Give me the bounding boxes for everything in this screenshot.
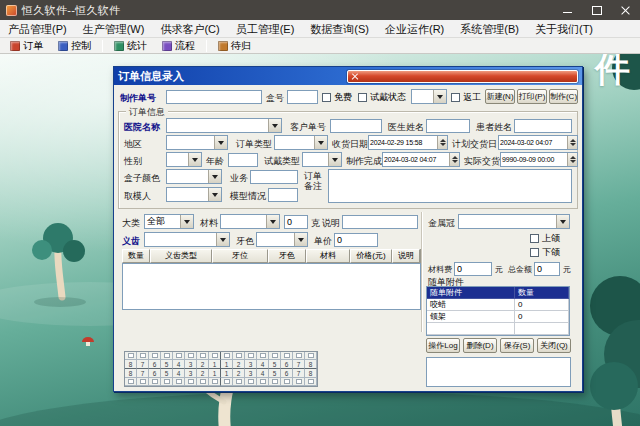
tooth-checkbox-cell[interactable] [185, 378, 197, 386]
tooth-checkbox-cell[interactable] [161, 352, 173, 360]
tooth-checkbox[interactable] [212, 379, 218, 384]
tooth-checkbox[interactable] [236, 353, 242, 358]
tooth-checkbox[interactable] [128, 379, 134, 384]
tooth-checkbox-cell[interactable] [221, 378, 233, 386]
tooth-checkbox-cell[interactable] [173, 352, 185, 360]
customer-no-input[interactable] [330, 119, 382, 133]
chevron-down-icon[interactable] [328, 153, 341, 166]
action-button-2[interactable]: 删除(D) [463, 338, 497, 353]
model-state-input[interactable] [268, 188, 298, 202]
toolbar-button-3[interactable]: 统计 [108, 39, 153, 53]
tooth-checkbox[interactable] [152, 353, 158, 358]
material-fee-input[interactable]: 0 [454, 262, 492, 276]
chevron-down-icon[interactable] [268, 119, 281, 132]
items-table-body[interactable] [122, 263, 421, 310]
remark-textarea[interactable] [328, 169, 572, 203]
tooth-checkbox-cell[interactable] [257, 378, 269, 386]
box-no-input[interactable] [287, 90, 318, 104]
hospital-combo[interactable] [166, 118, 282, 133]
tryin-status-checkbox[interactable]: 试戴状态 [358, 91, 406, 104]
attachment-row[interactable] [427, 323, 569, 335]
attachment-cell[interactable] [515, 323, 569, 335]
business-input[interactable] [250, 170, 298, 184]
toolbar-button-4[interactable]: 流程 [156, 39, 201, 53]
print-button[interactable]: 打印(P) [517, 89, 547, 104]
tooth-checkbox-cell[interactable] [293, 352, 305, 360]
minimize-icon[interactable] [553, 0, 582, 20]
tooth-checkbox[interactable] [260, 379, 266, 384]
tooth-checkbox[interactable] [164, 353, 170, 358]
toolbar-button-5[interactable]: 待归 [212, 39, 257, 53]
rework-checkbox[interactable]: 返工 [451, 91, 481, 104]
chevron-down-icon[interactable] [314, 136, 327, 149]
spinner-icon[interactable] [449, 153, 459, 166]
plan-date-field[interactable]: 2024-03-02 04:07 [498, 135, 578, 150]
order-type-combo[interactable] [274, 135, 328, 150]
tooth-checkbox[interactable] [188, 379, 194, 384]
attachment-cell[interactable]: 咬蜡 [427, 299, 515, 311]
tooth-checkbox-cell[interactable] [197, 378, 209, 386]
tooth-checkbox-cell[interactable] [245, 378, 257, 386]
tooth-checkbox[interactable] [260, 353, 266, 358]
actual-date-field[interactable]: 9990-09-09 00:00 [500, 152, 578, 167]
tooth-checkbox[interactable] [200, 353, 206, 358]
desc-input[interactable] [342, 215, 418, 229]
tooth-checkbox-cell[interactable] [281, 378, 293, 386]
action-button-4[interactable]: 关闭(Q) [537, 338, 571, 353]
chevron-down-icon[interactable] [188, 153, 201, 166]
tooth-checkbox[interactable] [236, 379, 242, 384]
upper-jaw-checkbox-box[interactable] [530, 234, 539, 243]
gender-combo[interactable] [166, 152, 202, 167]
mold-taker-combo[interactable] [166, 187, 222, 202]
dialog-close-icon[interactable] [347, 70, 578, 83]
tooth-checkbox-cell[interactable] [281, 352, 293, 360]
menu-item-7[interactable]: 系统管理(B) [452, 20, 527, 38]
weight-input[interactable]: 0 [284, 215, 308, 229]
tooth-checkbox-cell[interactable] [269, 378, 281, 386]
attachment-cell[interactable]: 颌架 [427, 311, 515, 323]
chevron-down-icon[interactable] [266, 215, 279, 228]
tooth-checkbox[interactable] [164, 379, 170, 384]
chevron-down-icon[interactable] [180, 215, 193, 228]
tooth-checkbox-cell[interactable] [149, 352, 161, 360]
tooth-checkbox-cell[interactable] [233, 352, 245, 360]
chevron-down-icon[interactable] [208, 170, 221, 183]
menu-item-2[interactable]: 生产管理(W) [75, 20, 153, 38]
menu-item-8[interactable]: 关于我们(T) [527, 20, 601, 38]
tooth-checkbox-cell[interactable] [125, 378, 137, 386]
unit-price-input[interactable]: 0 [334, 233, 378, 247]
chevron-down-icon[interactable] [208, 188, 221, 201]
menu-item-1[interactable]: 产品管理(P) [0, 20, 75, 38]
free-checkbox[interactable]: 免费 [322, 91, 352, 104]
tooth-checkbox-cell[interactable] [161, 378, 173, 386]
attachment-cell[interactable] [427, 323, 515, 335]
action-button-1[interactable]: 操作Log [426, 338, 460, 353]
tooth-checkbox[interactable] [308, 379, 314, 384]
tooth-checkbox[interactable] [296, 379, 302, 384]
tooth-checkbox[interactable] [272, 379, 278, 384]
tooth-checkbox-cell[interactable] [269, 352, 281, 360]
chevron-down-icon[interactable] [214, 136, 227, 149]
new-button[interactable]: 新建(N) [485, 89, 515, 104]
menu-item-6[interactable]: 企业运作(R) [377, 20, 452, 38]
upper-jaw-checkbox[interactable]: 上颌 [530, 232, 560, 245]
free-checkbox-box[interactable] [322, 93, 331, 102]
tooth-checkbox-cell[interactable] [209, 378, 221, 386]
tooth-checkbox-cell[interactable] [149, 378, 161, 386]
make-button[interactable]: 制作(C) [549, 89, 578, 104]
tooth-checkbox-cell[interactable] [173, 378, 185, 386]
receive-date-field[interactable]: 2024-02-29 15:58 [368, 135, 448, 150]
tooth-checkbox-cell[interactable] [305, 352, 317, 360]
tooth-checkbox[interactable] [140, 353, 146, 358]
tooth-checkbox[interactable] [140, 379, 146, 384]
finish-date-field[interactable]: 2024-03-02 04:07 [382, 152, 460, 167]
maximize-icon[interactable] [582, 0, 611, 20]
chevron-down-icon[interactable] [216, 233, 229, 246]
tooth-checkbox[interactable] [224, 353, 230, 358]
toolbar-button-1[interactable]: 订单 [4, 39, 49, 53]
chevron-down-icon[interactable] [556, 215, 569, 228]
dialog-title-bar[interactable]: 订单信息录入 [114, 67, 582, 85]
lower-jaw-checkbox-box[interactable] [530, 248, 539, 257]
tooth-color-combo[interactable] [256, 232, 308, 247]
tooth-checkbox-cell[interactable] [305, 378, 317, 386]
